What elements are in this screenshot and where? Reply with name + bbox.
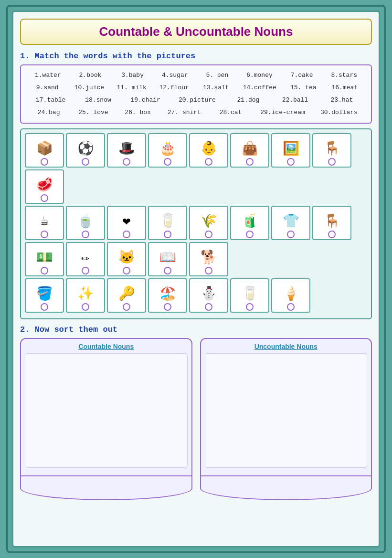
img-love: ❤️ xyxy=(107,206,146,240)
countable-area[interactable] xyxy=(25,353,188,468)
img-ball: ⚽ xyxy=(66,133,105,168)
circle-chair xyxy=(328,231,336,238)
img-pen: ✏️ xyxy=(66,242,105,276)
circle-water xyxy=(41,303,48,311)
word-19: 19.chair xyxy=(130,94,160,106)
img-coffee: ☕ xyxy=(25,206,64,240)
img-picture: 🖼️ xyxy=(271,133,310,168)
img-stars: ✨ xyxy=(66,278,105,313)
uncountable-title: Uncountable Nouns xyxy=(205,343,368,350)
word-23: 23.hat xyxy=(328,94,356,106)
img-baby: 👶 xyxy=(189,133,228,168)
title-box: Countable & Uncountable Nouns xyxy=(20,19,372,45)
circle-book xyxy=(164,267,171,274)
img-juice: 🧃 xyxy=(230,206,269,240)
circle-dog xyxy=(205,267,212,274)
img-book: 📖 xyxy=(148,242,187,276)
img-hat: 🎩 xyxy=(107,133,146,168)
word-30: 30.dollars xyxy=(320,106,358,119)
sort-section: 2. Now sort them out Countable Nouns Unc… xyxy=(20,325,372,500)
image-row-3: 💵 ✏️ 🐱 📖 🐕 xyxy=(25,242,367,276)
countable-bottom xyxy=(20,476,192,500)
page-title: Countable & Uncountable Nouns xyxy=(31,24,361,39)
word-9: 9.sand xyxy=(33,82,62,94)
images-grid-section: 📦 ⚽ 🎩 🎂 👶 xyxy=(20,128,372,319)
img-tea: 🍵 xyxy=(66,206,105,240)
img-snow: ⛄ xyxy=(189,278,228,313)
outer-border: Countable & Uncountable Nouns 1. Match t… xyxy=(6,5,386,553)
sort-boxes: Countable Nouns Uncountable Nouns xyxy=(20,338,372,500)
word-25: 25. love xyxy=(78,106,108,119)
word-20: 20.picture xyxy=(179,94,216,106)
word-14: 14.coffee xyxy=(243,82,276,94)
word-16: 16.meat xyxy=(330,82,359,94)
img-sand: 🏖️ xyxy=(148,278,187,313)
img-money: 💵 xyxy=(25,242,64,276)
circle-meat xyxy=(41,194,48,202)
circle-love xyxy=(123,231,130,238)
circle-juice xyxy=(246,231,254,238)
word-7: 7.cake xyxy=(287,69,316,82)
word-8: 8.stars xyxy=(330,69,359,82)
img-bag: 👜 xyxy=(230,133,269,168)
word-22: 22.ball xyxy=(281,94,309,106)
word-27: 27. shirt xyxy=(168,106,201,119)
circle-hat xyxy=(123,158,130,166)
img-table: 🪑 xyxy=(312,133,351,168)
img-milk: 🥛 xyxy=(148,206,187,240)
circle-box xyxy=(41,158,48,166)
word-row-2: 9.sand 10.juice 11. milk 12.flour 13.sal… xyxy=(27,82,365,94)
word-6: 6.money xyxy=(245,69,274,82)
circle-flour xyxy=(205,231,212,238)
circle-milk-carton xyxy=(246,303,254,311)
circle-tools xyxy=(123,303,130,311)
img-flour: 🌾 xyxy=(189,206,228,240)
word-21: 21.dog xyxy=(234,94,263,106)
circle-baby xyxy=(205,158,212,166)
circle-shirt xyxy=(287,231,295,238)
image-row-2: ☕ 🍵 ❤️ 🥛 🌾 xyxy=(25,206,367,240)
img-cake: 🎂 xyxy=(148,133,187,168)
word-10: 10.juice xyxy=(74,82,104,94)
word-26: 26. box xyxy=(124,106,152,119)
img-cat: 🐱 xyxy=(107,242,146,276)
word-29: 29.ice-cream xyxy=(260,106,305,119)
uncountable-area[interactable] xyxy=(205,353,368,468)
circle-cake xyxy=(164,158,171,166)
word-row-4: 24.bag 25. love 26. box 27. shirt 28.cat… xyxy=(27,106,365,119)
word-17: 17.table xyxy=(36,94,65,106)
word-3: 3.baby xyxy=(118,69,147,82)
word-11: 11. milk xyxy=(117,82,147,94)
circle-picture xyxy=(287,158,295,166)
circle-coffee xyxy=(41,231,48,238)
circle-sand xyxy=(164,303,171,311)
word-24: 24.bag xyxy=(34,106,63,119)
circle-cat xyxy=(123,267,130,274)
word-15: 15. tea xyxy=(289,82,318,94)
img-meat: 🥩 xyxy=(25,169,64,204)
inner-page: Countable & Uncountable Nouns 1. Match t… xyxy=(12,11,380,547)
circle-money xyxy=(41,267,48,274)
circle-bag xyxy=(246,158,254,166)
word-1: 1.water xyxy=(33,69,62,82)
img-tools: 🔑 xyxy=(107,278,146,313)
section2-title: 2. Now sort them out xyxy=(20,325,372,334)
word-28: 28.cat xyxy=(216,106,245,119)
img-shirt: 👕 xyxy=(271,206,310,240)
word-12: 12.flour xyxy=(159,82,189,94)
word-4: 4.sugar xyxy=(160,69,189,82)
img-ice-cream: 🍦 xyxy=(271,278,310,313)
word-18: 18.snow xyxy=(84,94,112,106)
circle-ball xyxy=(82,158,89,166)
circle-ice-cream xyxy=(287,303,295,311)
word-13: 13.salt xyxy=(201,82,230,94)
image-row-1: 📦 ⚽ 🎩 🎂 👶 xyxy=(25,133,367,204)
uncountable-box: Uncountable Nouns xyxy=(200,338,372,476)
section1-title: 1. Match the words with the pictures xyxy=(20,52,372,61)
words-box: 1.water 2.book 3.baby 4.sugar 5. pen 6.m… xyxy=(20,64,372,124)
image-row-4: 🪣 ✨ 🔑 🏖️ ⛄ xyxy=(25,278,367,313)
circle-milk xyxy=(164,231,171,238)
circle-snow xyxy=(205,303,212,311)
circle-stars xyxy=(82,303,89,311)
img-dog: 🐕 xyxy=(189,242,228,276)
